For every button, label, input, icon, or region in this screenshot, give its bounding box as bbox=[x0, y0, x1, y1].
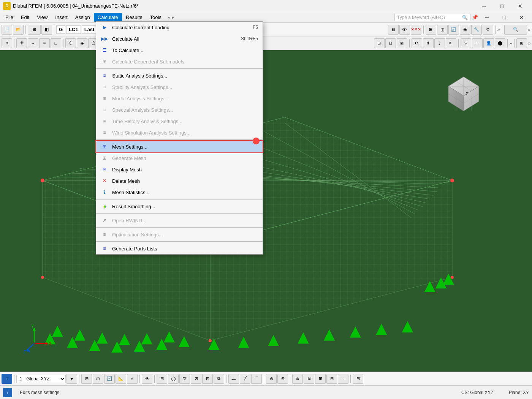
tb2-r11[interactable]: ⬤ bbox=[495, 38, 505, 48]
menu-more[interactable]: » bbox=[168, 14, 170, 20]
tb2-r2[interactable]: ⊟ bbox=[385, 38, 396, 48]
btb-8[interactable]: ◯ bbox=[168, 374, 179, 384]
menu-calculate[interactable]: Calculate bbox=[94, 13, 122, 22]
btb-15[interactable]: ⌒ bbox=[251, 374, 262, 384]
window-title: Dlubal RFEM | 6.06.0005 | 04_Unabhaenges… bbox=[13, 3, 139, 9]
menu-tools[interactable]: Tools bbox=[146, 13, 165, 22]
tb-r7[interactable]: ◉ bbox=[460, 25, 470, 35]
tb-more-2[interactable]: » bbox=[497, 27, 500, 32]
tb2-r7[interactable]: ⇤ bbox=[446, 38, 456, 48]
tb-new[interactable]: 📄 bbox=[2, 25, 12, 35]
stability-analysis-icon: ≡ bbox=[101, 83, 108, 91]
tb2-more[interactable]: » bbox=[510, 40, 512, 46]
menu-assign[interactable]: Assign bbox=[71, 13, 94, 22]
tb2-3[interactable]: ⌗ bbox=[39, 38, 50, 48]
btb-13[interactable]: — bbox=[228, 374, 239, 384]
tb2-r9[interactable]: ⊹ bbox=[472, 38, 483, 48]
btb-12[interactable]: ⧉ bbox=[214, 374, 224, 384]
btb-17[interactable]: ⊚ bbox=[277, 374, 288, 384]
btb-4[interactable]: 📐 bbox=[116, 374, 126, 384]
tb2-cursor[interactable]: ✦ bbox=[2, 38, 12, 48]
view-selector[interactable]: 1 - Global XYZ bbox=[16, 375, 66, 383]
menu-display-mesh[interactable]: ⊟ Display Mesh bbox=[96, 164, 263, 175]
menu-mesh-statistics[interactable]: ℹ Mesh Statistics... bbox=[96, 187, 263, 198]
menu-to-calculate[interactable]: ☰ To Calculate... bbox=[96, 44, 263, 56]
btb-7[interactable]: ⊞ bbox=[157, 374, 167, 384]
tb2-1[interactable]: ✚ bbox=[16, 38, 27, 48]
menu-static-analysis[interactable]: ≡ Static Analysis Settings... bbox=[96, 70, 263, 81]
menu-generate-mesh: ⊞ Generate Mesh bbox=[96, 152, 263, 164]
tb2-r10[interactable]: 👤 bbox=[483, 38, 494, 48]
tb-open[interactable]: 📂 bbox=[13, 25, 24, 35]
search-placeholder: Type a keyword (Alt+Q) bbox=[397, 15, 445, 20]
btb-16[interactable]: ⊙ bbox=[266, 374, 277, 384]
btb-dropdown[interactable]: ▼ bbox=[66, 374, 77, 384]
btb-1[interactable]: ⊞ bbox=[81, 374, 92, 384]
wind-simulation-label: Wind Simulation Analysis Settings... bbox=[112, 130, 258, 136]
tb2-2[interactable]: ↔ bbox=[28, 38, 38, 48]
menu-delete-mesh[interactable]: ✕ Delete Mesh bbox=[96, 175, 263, 187]
tb-more-3[interactable]: » bbox=[528, 27, 530, 32]
tb2-r5[interactable]: ⬆ bbox=[423, 38, 434, 48]
menu-result-smoothing[interactable]: ◈ Result Smoothing... bbox=[96, 201, 263, 212]
btb-14[interactable]: ╱ bbox=[240, 374, 250, 384]
tb2-more2[interactable]: » bbox=[528, 40, 530, 46]
tb-r2[interactable]: 👁 bbox=[399, 25, 410, 35]
tb2-grid[interactable]: ⊞ bbox=[516, 38, 527, 48]
minimize-button[interactable]: ─ bbox=[475, 0, 492, 12]
close-button[interactable]: ✕ bbox=[511, 0, 529, 12]
tb2-r6[interactable]: ⤴ bbox=[434, 38, 445, 48]
menu-generate-parts[interactable]: ≡ Generate Parts Lists bbox=[96, 243, 263, 254]
tb-r6[interactable]: 🔄 bbox=[448, 25, 459, 35]
tb-r5[interactable]: ◫ bbox=[437, 25, 448, 35]
separator-6 bbox=[96, 241, 263, 242]
tb2-4[interactable]: ∟ bbox=[51, 38, 61, 48]
menu-insert[interactable]: Insert bbox=[51, 13, 71, 22]
tb-r1[interactable]: 🖥 bbox=[388, 25, 399, 35]
svg-line-63 bbox=[27, 344, 34, 350]
bottom-toolbar: i 1 - Global XYZ ▼ ⊞ ⬡ 🔄 📐 » 👁 ⊞ ◯ ▽ ⊠ ⊡… bbox=[0, 372, 532, 385]
tb-r4[interactable]: ⊞ bbox=[426, 25, 436, 35]
tb-r9[interactable]: ⚙ bbox=[483, 25, 493, 35]
menu-close-btn[interactable]: ✕ bbox=[513, 13, 530, 22]
btb-3[interactable]: 🔄 bbox=[104, 374, 115, 384]
menu-results[interactable]: Results bbox=[122, 13, 146, 22]
btb-19[interactable]: ≋ bbox=[304, 374, 314, 384]
search-box[interactable]: Type a keyword (Alt+Q) 🔍 bbox=[394, 14, 470, 21]
tb2-6[interactable]: ◈ bbox=[77, 38, 87, 48]
btb-11[interactable]: ⊡ bbox=[202, 374, 213, 384]
menu-edit[interactable]: Edit bbox=[17, 13, 33, 22]
btb-10[interactable]: ⊠ bbox=[191, 374, 201, 384]
btb-5[interactable]: » bbox=[127, 374, 138, 384]
tb-zoom[interactable]: 🔍 bbox=[504, 25, 527, 35]
tb-b2[interactable]: ◧ bbox=[41, 25, 52, 35]
menu-calculate-current[interactable]: ▶ Calculate Current Loading F5 bbox=[96, 22, 263, 33]
btb-22[interactable]: → bbox=[338, 374, 348, 384]
tb2-r3[interactable]: ⊠ bbox=[397, 38, 407, 48]
menu-file[interactable]: File bbox=[2, 13, 17, 22]
tb2-r8[interactable]: ▽ bbox=[461, 38, 471, 48]
cube-widget: -y bbox=[441, 73, 486, 119]
btb-21[interactable]: ⊟ bbox=[326, 374, 337, 384]
spectral-analysis-icon: ≡ bbox=[101, 106, 108, 114]
menu-minimize-btn[interactable]: ─ bbox=[478, 13, 496, 22]
tb2-r1[interactable]: ⊞ bbox=[374, 38, 385, 48]
menu-mesh-settings[interactable]: ⊞ Mesh Settings... bbox=[96, 141, 263, 152]
btb-23[interactable]: ⊞ bbox=[353, 374, 363, 384]
menu-restore-btn[interactable]: □ bbox=[496, 13, 513, 22]
generate-parts-icon: ≡ bbox=[101, 245, 108, 252]
tb-r3[interactable]: ✕✕✕ bbox=[411, 25, 421, 35]
tb2-5[interactable]: ⬡ bbox=[65, 38, 76, 48]
tb-b1[interactable]: ⊞ bbox=[28, 25, 41, 35]
btb-20[interactable]: ⊞ bbox=[315, 374, 326, 384]
btb-6[interactable]: 👁 bbox=[142, 374, 152, 384]
btb-2[interactable]: ⬡ bbox=[93, 374, 103, 384]
svg-text:-y: -y bbox=[464, 90, 469, 95]
menu-view[interactable]: View bbox=[33, 13, 51, 22]
btb-9[interactable]: ▽ bbox=[179, 374, 190, 384]
btb-18[interactable]: ≋ bbox=[292, 374, 303, 384]
maximize-button[interactable]: □ bbox=[493, 0, 511, 12]
tb-r8[interactable]: 🔧 bbox=[471, 25, 482, 35]
tb2-r4[interactable]: ⟳ bbox=[412, 38, 422, 48]
menu-calculate-all[interactable]: ▶▶ Calculate All Shift+F5 bbox=[96, 33, 263, 44]
